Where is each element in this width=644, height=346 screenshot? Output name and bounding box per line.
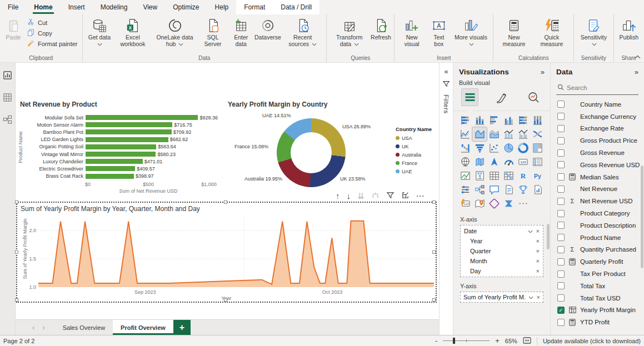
report-canvas[interactable]: Net Revenue by Product Modular Sofa Set$… [16,63,439,319]
line-and-clustered-column-chart-icon[interactable] [516,127,530,141]
more-options-icon[interactable]: ⋯ [416,191,426,201]
remove-field-icon[interactable]: × [536,228,540,234]
zoom-in-button[interactable]: + [495,337,500,345]
bar-row[interactable]: LED Garden Lights$682.62 [20,136,219,143]
legend-item[interactable]: UK [396,142,432,151]
transform-data-button[interactable]: Transform data [329,16,370,48]
format-visual-tab[interactable] [493,88,510,106]
new-page-button[interactable]: + [173,320,191,335]
data-field-yearly-profit-margin[interactable]: ✓ΣYearly Profit Margin [551,304,644,317]
ribbon-tab-home[interactable]: Home [26,0,60,14]
clustered-bar-chart-icon[interactable] [487,113,501,127]
bar-row[interactable]: Motion Sensor Alarm$716.75 [20,121,219,128]
funnel-chart-icon[interactable] [472,141,487,155]
table-icon[interactable] [487,169,501,183]
field-checkbox[interactable] [557,270,565,278]
data-field-product-description[interactable]: Product Description [551,219,644,232]
model-view-icon[interactable] [2,114,13,125]
field-checkbox[interactable] [557,113,565,120]
field-pill-date[interactable]: Date× [461,226,542,236]
power-apps-icon[interactable] [487,197,501,210]
resize-handle[interactable] [224,200,227,204]
filled-map-icon[interactable] [472,155,487,169]
data-field-gross-revenue[interactable]: Gross Revenue [551,147,644,159]
drill-down-icon[interactable]: ↓ [347,191,351,201]
chevron-double-right-icon[interactable]: » [541,68,545,76]
hundred-stacked-bar-chart-icon[interactable] [516,113,530,127]
line-and-stacked-column-chart-icon[interactable] [501,127,516,141]
line-chart-icon[interactable] [458,127,472,141]
sensitivity-button[interactable]: Sensitivity [576,16,611,48]
collapse-ribbon-icon[interactable] [635,51,641,61]
ribbon-tab-modeling[interactable]: Modeling [93,0,136,14]
bar[interactable] [86,122,172,127]
data-field-product-category[interactable]: Product Category [551,207,644,219]
field-checkbox[interactable] [557,246,565,253]
remove-field-icon[interactable]: × [536,248,540,254]
resize-handle[interactable] [224,298,227,302]
data-panel-scrollbar[interactable] [641,166,643,268]
zoom-slider[interactable] [443,338,490,344]
bar-chart-visual[interactable]: Net Revenue by Product Modular Sofa Set$… [17,97,222,202]
donut-chart-icon[interactable] [516,141,530,155]
map-icon[interactable] [458,155,472,169]
data-field-net-revenue-usd[interactable]: ΣNet Revenue USD [551,195,644,207]
resize-handle[interactable] [432,298,436,302]
field-checkbox[interactable] [557,125,565,132]
area-chart-visual[interactable]: Sum of Yearly Profit Margin by Year, Qua… [16,202,437,303]
bar[interactable] [86,174,134,179]
zoom-slider-thumb[interactable] [453,338,455,344]
filters-pane-label[interactable]: Filters [443,94,450,114]
data-field-median-sales[interactable]: Median Sales [551,171,644,183]
bar-row[interactable]: Luxury Chandelier$471.01 [20,158,219,165]
data-field-total-tax[interactable]: Total Tax [551,280,644,292]
next-page-icon[interactable]: › [42,323,44,332]
resize-handle[interactable] [432,200,436,204]
ribbon-tab-data-drill[interactable]: Data / Drill [273,0,319,14]
donut-chart[interactable] [277,118,346,187]
key-influencers-icon[interactable] [458,183,472,197]
resize-handle[interactable] [15,250,18,254]
update-available-link[interactable]: Update available (click to download) [543,338,641,344]
scatter-chart-icon[interactable] [487,141,501,155]
q-and-a-icon[interactable] [487,183,501,197]
data-field-gross-revenue-usd[interactable]: Gross Revenue USD [551,159,644,171]
format-painter-button[interactable]: Format painter [24,38,80,49]
waterfall-chart-icon[interactable] [458,141,472,155]
legend-item[interactable]: France [396,159,432,167]
copy-button[interactable]: Copy [24,28,80,38]
build-visual-tab[interactable] [461,88,478,106]
page-tab-profit-overview[interactable]: Profit Overview [113,320,173,335]
pie-chart-icon[interactable] [501,141,516,155]
report-view-icon[interactable] [2,69,13,81]
viz-panel-scrollbar[interactable] [547,224,550,249]
azure-map-icon[interactable] [487,155,501,169]
hundred-stacked-column-chart-icon[interactable] [530,113,545,127]
card-icon[interactable]: 123 [516,155,530,169]
go-to-next-level-icon[interactable]: ⇊ [357,191,365,201]
zoom-out-button[interactable]: - [435,337,437,345]
refresh-button[interactable]: Refresh [370,16,392,41]
data-field-exchange-rate[interactable]: Exchange Rate [551,123,644,135]
field-checkbox[interactable] [557,149,565,157]
resize-handle[interactable] [432,250,436,254]
arcgis-map-icon[interactable] [472,197,487,210]
analytics-tab[interactable] [525,88,542,106]
bar-row[interactable]: Vintage Wall Mirror$580.23 [20,151,219,158]
data-field-tax-per-product[interactable]: Tax Per Product [551,268,644,280]
paste-button[interactable]: Paste [2,16,24,41]
chevron-double-right-icon[interactable]: » [635,68,638,76]
slicer-icon[interactable] [472,169,487,183]
treemap-icon[interactable] [530,141,545,155]
field-pill-month[interactable]: Month× [461,256,542,266]
resize-handle[interactable] [15,298,18,302]
new-card-icon[interactable]: 123 [458,197,472,210]
new-measure-button[interactable]: New measure [496,16,532,48]
field-pill-sum-of-yearly-profit-m-[interactable]: Sum of Yearly Profit M...× [461,292,543,302]
remove-field-icon[interactable]: × [536,258,540,264]
quick-measure-button[interactable]: Quick measure [532,16,571,48]
filter-icon[interactable] [386,191,395,202]
remove-field-icon[interactable]: × [536,238,540,244]
ribbon-chart-icon[interactable] [530,127,545,141]
search-input[interactable] [567,84,633,91]
